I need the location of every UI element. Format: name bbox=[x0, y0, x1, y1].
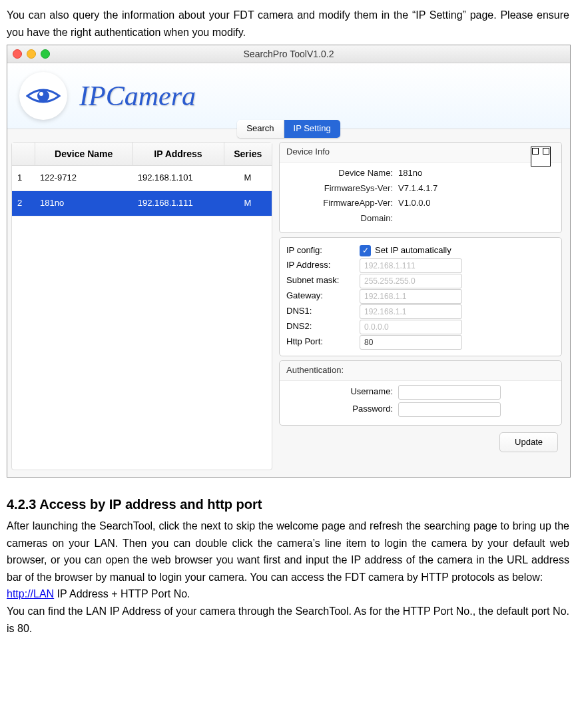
intro-text: You can also query the information about… bbox=[7, 7, 569, 41]
device-table: Device Name IP Address Series 1 122-9712… bbox=[11, 142, 272, 470]
row-series: M bbox=[224, 166, 272, 190]
password-input[interactable] bbox=[398, 402, 501, 417]
row-name: 181no bbox=[35, 191, 133, 216]
device-info-group: Device Info Device Name:181no FirmwareSy… bbox=[279, 142, 562, 233]
domain-label: Domain: bbox=[286, 212, 393, 226]
table-row[interactable]: 1 122-9712 192.168.1.101 M bbox=[12, 166, 272, 191]
row-name: 122-9712 bbox=[35, 166, 133, 190]
dns1-input[interactable] bbox=[360, 304, 462, 319]
device-name-value: 181no bbox=[398, 167, 422, 181]
col-ip-address: IP Address bbox=[133, 143, 224, 165]
http-lan-link[interactable]: http://LAN bbox=[7, 588, 54, 599]
eye-logo-icon bbox=[19, 72, 67, 120]
username-label: Username: bbox=[286, 385, 393, 399]
tab-search[interactable]: Search bbox=[237, 120, 283, 138]
subnet-input[interactable] bbox=[360, 274, 462, 288]
fwsys-value: V7.1.4.1.7 bbox=[398, 182, 437, 196]
gateway-input[interactable] bbox=[360, 289, 462, 304]
ip-config-label: IP config: bbox=[286, 244, 360, 258]
device-info-title: Device Info bbox=[280, 143, 561, 163]
section-heading: 4.2.3 Access by IP address and http port bbox=[7, 494, 569, 515]
window-title: SearchPro ToolV1.0.2 bbox=[7, 47, 570, 61]
svg-point-0 bbox=[37, 90, 49, 102]
tab-ip-setting[interactable]: IP Setting bbox=[284, 120, 340, 138]
http-port-label: Http Port: bbox=[286, 335, 360, 349]
update-button[interactable]: Update bbox=[499, 432, 558, 453]
row-series: M bbox=[224, 191, 272, 216]
auth-group: Authentication: Username: Password: bbox=[279, 360, 562, 426]
section-body-3: You can find the LAN IP Address of your … bbox=[7, 603, 569, 637]
row-index: 1 bbox=[12, 166, 35, 190]
ip-config-group: IP config: ✓ Set IP automatically IP Add… bbox=[279, 237, 562, 356]
svg-point-1 bbox=[39, 92, 43, 96]
password-label: Password: bbox=[286, 402, 393, 416]
col-index bbox=[12, 143, 35, 165]
logo-text: IPCamera bbox=[79, 74, 196, 119]
dns1-label: DNS1: bbox=[286, 304, 360, 318]
device-name-label: Device Name: bbox=[286, 167, 393, 181]
auto-ip-checkbox[interactable]: ✓ bbox=[360, 245, 371, 256]
row-index: 2 bbox=[12, 191, 35, 216]
gateway-label: Gateway: bbox=[286, 289, 360, 303]
ip-address-label: IP Address: bbox=[286, 258, 360, 272]
auto-ip-label: Set IP automatically bbox=[375, 244, 451, 258]
auth-title: Authentication: bbox=[280, 361, 561, 381]
col-device-name: Device Name bbox=[35, 143, 133, 165]
titlebar: SearchPro ToolV1.0.2 bbox=[7, 45, 570, 63]
col-series: Series bbox=[224, 143, 272, 165]
dns2-input[interactable] bbox=[360, 320, 462, 334]
fwapp-value: V1.0.0.0 bbox=[398, 196, 430, 210]
ip-address-input[interactable] bbox=[360, 258, 462, 273]
subnet-label: Subnet mask: bbox=[286, 274, 360, 288]
section-body-1: After launching the SearchTool, click th… bbox=[7, 518, 569, 585]
fwsys-label: FirmwareSys-Ver: bbox=[286, 182, 393, 196]
dns2-label: DNS2: bbox=[286, 320, 360, 334]
row-ip: 192.168.1.101 bbox=[133, 166, 224, 190]
app-window: SearchPro ToolV1.0.2 IPCamera Search IP … bbox=[7, 45, 571, 478]
fwapp-label: FirmwareApp-Ver: bbox=[286, 196, 393, 210]
row-ip: 192.168.1.111 bbox=[133, 191, 224, 216]
qr-code-icon bbox=[531, 147, 551, 167]
http-port-input[interactable] bbox=[360, 335, 462, 350]
username-input[interactable] bbox=[398, 385, 501, 400]
table-row[interactable]: 2 181no 192.168.1.111 M bbox=[12, 191, 272, 216]
section-body-2: IP Address + HTTP Port No. bbox=[54, 588, 190, 599]
